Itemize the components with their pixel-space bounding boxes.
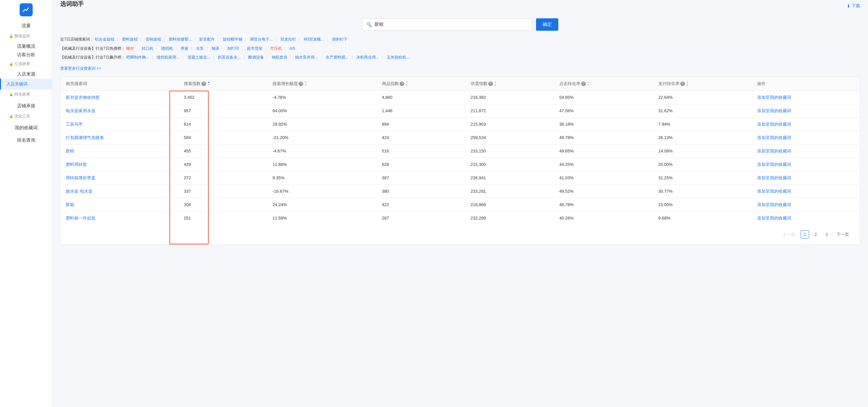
product-index-info-icon[interactable]: ? bbox=[400, 82, 404, 86]
keyword-link-1[interactable]: 电水壶家用水壶 bbox=[66, 108, 95, 113]
confirm-button[interactable]: 确定 bbox=[536, 18, 558, 31]
tag-shelf[interactable]: 超市货架 bbox=[247, 46, 262, 51]
add-favorite-2[interactable]: 添加至我的收藏词 bbox=[757, 122, 791, 126]
add-favorite-5[interactable]: 添加至我的收藏词 bbox=[757, 162, 791, 167]
keyword-link-5[interactable]: 塑料周转筐 bbox=[66, 162, 87, 167]
keyword-link-9[interactable]: 塑料箱一件起批 bbox=[66, 215, 95, 221]
page-2-button[interactable]: 2 bbox=[812, 230, 820, 238]
page-3-button[interactable]: 3 bbox=[823, 230, 831, 238]
tag-spring[interactable]: 弹簧 bbox=[181, 46, 188, 51]
cell-keyword-3: 打包膜缠绕气泡膜卷 bbox=[61, 131, 179, 144]
tag-brewing[interactable]: 酿酒设备 bbox=[248, 55, 264, 60]
tag-teaequip[interactable]: 奶茶设备全... bbox=[218, 55, 241, 60]
more-industry-link[interactable]: 查看更多行业搜索词 >> bbox=[60, 66, 101, 71]
th-pay-conversion[interactable]: 支付转化率 ? ▲ ▼ bbox=[653, 77, 752, 91]
tag-plastic-knob[interactable]: 塑料旋钮 bbox=[122, 37, 138, 41]
tag-pump[interactable]: 水泵 bbox=[196, 46, 204, 51]
sidebar-section-traffic-overview[interactable]: 流量概况 bbox=[0, 41, 52, 51]
search-growth-info-icon[interactable]: ? bbox=[299, 82, 303, 86]
keyword-link-4[interactable]: 胶框 bbox=[66, 148, 74, 153]
add-favorite-1[interactable]: 添加至我的收藏词 bbox=[757, 108, 791, 113]
th-supply-index[interactable]: 供需指数 ? ▲ ▼ bbox=[465, 77, 554, 91]
tag-sewing-home[interactable]: 缝纫机家用... bbox=[157, 55, 180, 60]
tag-mixer[interactable]: 调音台电子... bbox=[250, 37, 273, 41]
add-favorite-7[interactable]: 添加至我的收藏词 bbox=[757, 189, 791, 194]
page-title: 选词助手 bbox=[60, 0, 84, 8]
sidebar-section-favorites[interactable]: 我的收藏词 bbox=[0, 121, 52, 134]
tag-m3-nylon[interactable]: M3尼龙螺... bbox=[304, 37, 324, 41]
th-search-index[interactable]: 搜索指数 ? ▲ ▼ bbox=[179, 77, 267, 91]
keyword-link-7[interactable]: 烧水壶 电水壶 bbox=[66, 189, 93, 194]
tag-av[interactable]: 影音配件 bbox=[199, 37, 215, 41]
tag-m5[interactable]: m5 bbox=[289, 46, 295, 51]
add-favorite-6[interactable]: 添加至我的收藏词 bbox=[757, 175, 791, 180]
cell-pay-conversion-5: 20.00% bbox=[653, 158, 752, 171]
cell-pay-conversion-0: 22.64% bbox=[653, 91, 752, 104]
table-row: 塑料箱一件起批 251 11.59% 287 232,289 40.26% 9.… bbox=[61, 211, 860, 225]
tag-corn[interactable]: 玉米脱粒机... bbox=[386, 55, 409, 60]
tag-screw[interactable]: 螺丝 bbox=[126, 46, 134, 51]
th-click-conversion[interactable]: 点击转化率 ? ▲ ▼ bbox=[554, 77, 653, 91]
tag-sewing[interactable]: 缝纫机 bbox=[161, 46, 173, 51]
tag-waterpump[interactable]: 抽水泵井用... bbox=[295, 55, 318, 60]
tag-audio-knob[interactable]: 音响旋钮 bbox=[146, 37, 161, 41]
tag-sealer[interactable]: 封口机 bbox=[142, 46, 153, 51]
prev-page-button[interactable]: 上一页 bbox=[779, 230, 798, 239]
cell-action-0: 添加至我的收藏词 bbox=[752, 91, 860, 104]
page-1-button[interactable]: 1 bbox=[801, 230, 809, 238]
download-button[interactable]: ⬇ 下载 bbox=[847, 3, 860, 9]
tag-compressor[interactable]: 空压机 bbox=[270, 46, 282, 51]
cell-product-index-2: 894 bbox=[377, 117, 465, 131]
cell-search-growth-9: 11.59% bbox=[267, 211, 376, 225]
sidebar-item-traffic-effect[interactable]: 🔒 引流效果 bbox=[0, 59, 52, 69]
sidebar-section-visitor[interactable]: 访客分析 bbox=[0, 51, 52, 59]
sidebar-section-store-source[interactable]: 入店来源 bbox=[0, 69, 52, 79]
tag-freezer[interactable]: 冰柜商业用... bbox=[356, 55, 379, 60]
tag-rivet2[interactable]: 倒刺钉子 bbox=[332, 37, 348, 41]
supply-index-info-icon[interactable]: ? bbox=[488, 82, 493, 86]
add-favorite-9[interactable]: 添加至我的收藏词 bbox=[757, 215, 791, 221]
sidebar-item-overall-monitor[interactable]: 🔒 整体监控 bbox=[0, 31, 52, 41]
cell-action-2: 添加至我的收藏词 bbox=[752, 117, 860, 131]
click-conv-info-icon[interactable]: ? bbox=[581, 82, 586, 86]
sidebar-item-conversion[interactable]: 🔒 转化效果 bbox=[0, 90, 52, 99]
keyword-link-8[interactable]: 胶箱 bbox=[66, 202, 74, 207]
tag-rebar[interactable]: 钢筋套筒 bbox=[272, 55, 287, 60]
keyword-link-3[interactable]: 打包膜缠绕气泡膜卷 bbox=[66, 135, 104, 140]
sidebar-section-traffic[interactable]: 流量 bbox=[0, 19, 52, 31]
keyword-link-2[interactable]: 工装马甲 bbox=[66, 122, 83, 126]
add-favorite-8[interactable]: 添加至我的收藏词 bbox=[757, 202, 791, 207]
th-product-index[interactable]: 商品指数 ? ▲ ▼ bbox=[377, 77, 465, 91]
sidebar-section-ranking[interactable]: 排名查询 bbox=[0, 134, 52, 146]
sort-icons-click: ▲ ▼ bbox=[587, 81, 590, 86]
sort-up-icon-4: ▲ bbox=[494, 81, 497, 83]
tag-3dprint[interactable]: 3d打印 bbox=[227, 46, 239, 51]
add-favorite-4[interactable]: 添加至我的收藏词 bbox=[757, 148, 791, 153]
add-favorite-3[interactable]: 添加至我的收藏词 bbox=[757, 135, 791, 140]
sidebar-item-store-keywords[interactable]: 入店关键词 bbox=[0, 79, 52, 90]
cell-click-conversion-9: 40.26% bbox=[554, 211, 653, 225]
pay-conv-info-icon[interactable]: ? bbox=[680, 82, 685, 86]
tag-nylon-rivet[interactable]: 尼龙拉钉 bbox=[280, 37, 296, 41]
sidebar-section-store-service[interactable]: 店铺承接 bbox=[0, 99, 52, 112]
search-input[interactable] bbox=[374, 22, 528, 27]
tag-plastic-key[interactable]: 塑料按键塑... bbox=[169, 37, 192, 41]
search-index-info-icon[interactable]: ? bbox=[202, 82, 206, 86]
add-favorite-0[interactable]: 添加至我的收藏词 bbox=[757, 95, 791, 100]
cell-keyword-9: 塑料箱一件起批 bbox=[61, 211, 179, 225]
sort-up-icon: ▲ bbox=[207, 81, 210, 83]
cell-supply-index-8: 218,868 bbox=[465, 198, 554, 211]
industry-hot-row: 【机械及行业设备】行业7日热搜榜： 螺丝｜ 封口机｜ 缝纫机｜ 弹簧｜ 水泵｜ … bbox=[60, 45, 860, 52]
tag-bearing[interactable]: 轴承 bbox=[212, 46, 219, 51]
th-search-growth[interactable]: 搜索增长幅度 ? ▲ ▼ bbox=[267, 77, 376, 91]
keyword-link-0[interactable]: 脏衣篮衣物收纳筐 bbox=[66, 95, 100, 100]
tag-knob-cap[interactable]: 旋钮帽半轴 bbox=[223, 37, 242, 41]
tag-plastic-film[interactable]: 生产塑料膜... bbox=[326, 55, 349, 60]
cell-search-index-0: 3,452 bbox=[179, 91, 267, 104]
tag-concrete[interactable]: 混凝土输送... bbox=[187, 55, 210, 60]
sidebar-item-optimize-tools[interactable]: 🔒 优化工具 bbox=[0, 112, 52, 121]
keyword-link-6[interactable]: 周转箱厚款带盖 bbox=[66, 175, 95, 180]
tag-aluminum[interactable]: 铝合金旋钮 bbox=[95, 37, 115, 41]
tag-badge[interactable]: 吧唧制作胸... bbox=[126, 55, 149, 60]
next-page-button[interactable]: 下一页 bbox=[833, 230, 852, 239]
